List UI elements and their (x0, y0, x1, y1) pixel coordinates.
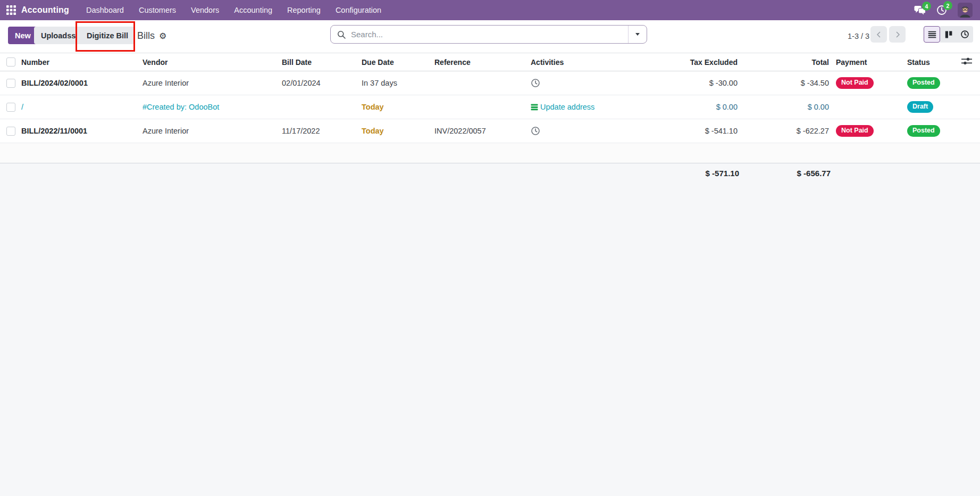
activity-view-button[interactable] (957, 26, 973, 43)
tax-excluded-sum: $ -571.10 (706, 169, 739, 178)
messages-button[interactable]: 4 (914, 5, 926, 15)
activity-clock-icon[interactable] (531, 126, 540, 136)
navbar-systray: 4 2 (914, 3, 980, 18)
digitize-bill-button[interactable]: Digitize Bill (80, 27, 135, 44)
user-avatar[interactable] (958, 3, 973, 18)
bill-number: BILL/2024/02/0001 (21, 79, 88, 87)
status-badge: Posted (907, 77, 940, 89)
search-icon (337, 30, 346, 39)
table-row[interactable]: BILL/2022/11/0001 Azure Interior 11/17/2… (0, 119, 980, 143)
list-footer: $ -571.10 $ -656.77 (0, 163, 980, 496)
bill-date: 11/17/2022 (282, 127, 320, 135)
total-amount: $ -34.50 (801, 79, 829, 87)
view-switcher (924, 26, 973, 43)
vendor-name: Azure Interior (143, 127, 189, 135)
activities-button[interactable]: 2 (936, 5, 947, 15)
total-amount: $ 0.00 (808, 103, 829, 111)
search-options-toggle[interactable] (628, 26, 647, 43)
select-all-checkbox[interactable] (6, 57, 15, 67)
pager-previous-button[interactable] (870, 26, 887, 43)
activities-count-badge: 2 (943, 1, 952, 10)
bill-number: / (21, 103, 23, 111)
tax-excluded-amount: $ -30.00 (709, 79, 738, 87)
menu-customers[interactable]: Customers (131, 0, 183, 20)
control-panel: New Uploadss Digitize Bill Bills ⚙ 1-3 /… (0, 20, 980, 53)
menu-dashboard[interactable]: Dashboard (79, 0, 131, 20)
payment-status-badge: Not Paid (836, 77, 874, 89)
chevron-left-icon (875, 30, 883, 39)
view-settings-gear-icon[interactable]: ⚙ (159, 32, 166, 40)
optional-columns-sliders-icon[interactable] (961, 57, 973, 65)
row-checkbox[interactable] (6, 127, 15, 136)
due-date: Today (362, 103, 384, 111)
activity-clock-icon[interactable] (531, 78, 540, 88)
odoo-accounting-bills-page: Accounting Dashboard Customers Vendors A… (0, 0, 980, 496)
total-sum: $ -656.77 (797, 169, 831, 178)
menu-reporting[interactable]: Reporting (280, 0, 328, 20)
tax-excluded-amount: $ -541.10 (705, 127, 738, 135)
search-input[interactable] (350, 29, 628, 39)
column-header-total[interactable]: Total (739, 53, 831, 71)
chevron-down-icon (635, 33, 640, 36)
menu-accounting[interactable]: Accounting (227, 0, 280, 20)
table-row[interactable]: BILL/2024/02/0001 Azure Interior 02/01/2… (0, 71, 980, 95)
due-date: In 37 days (362, 79, 397, 87)
column-header-reference[interactable]: Reference (434, 53, 526, 71)
messages-count-badge: 4 (922, 2, 931, 11)
column-header-activities[interactable]: Activities (526, 53, 639, 71)
main-menu: Dashboard Customers Vendors Accounting R… (79, 0, 389, 20)
column-header-tax-excluded[interactable]: Tax Excluded (639, 53, 739, 71)
bills-table: Number Vendor Bill Date Due Date Referen… (0, 53, 980, 163)
vendor-name: Azure Interior (143, 79, 189, 87)
reference: INV/2022/0057 (434, 127, 486, 135)
kanban-view-button[interactable] (940, 26, 957, 43)
status-badge: Draft (907, 101, 933, 113)
top-navbar: Accounting Dashboard Customers Vendors A… (0, 0, 980, 20)
app-name[interactable]: Accounting (21, 5, 69, 15)
due-date: Today (362, 127, 384, 135)
total-amount: $ -622.27 (797, 127, 829, 135)
row-checkbox[interactable] (6, 79, 15, 88)
row-checkbox[interactable] (6, 103, 15, 112)
search-bar (330, 25, 647, 44)
breadcrumb: Bills ⚙ (137, 30, 166, 42)
activity-view-clock-icon (960, 30, 969, 39)
column-header-status[interactable]: Status (883, 53, 952, 71)
column-header-bill-date[interactable]: Bill Date (278, 53, 350, 71)
kanban-view-icon (944, 30, 953, 39)
pager-range: 1-3 / 3 (848, 32, 869, 40)
vendor-name: #Created by: OdooBot (143, 103, 219, 111)
pager-next-button[interactable] (889, 26, 906, 43)
chevron-right-icon (893, 30, 902, 39)
column-header-due-date[interactable]: Due Date (350, 53, 434, 71)
activity-link[interactable]: Update address (540, 103, 594, 111)
bill-number: BILL/2022/11/0001 (21, 127, 87, 135)
page-title: Bills (137, 30, 155, 42)
menu-vendors[interactable]: Vendors (183, 0, 227, 20)
bill-date: 02/01/2024 (282, 79, 321, 87)
list-view-icon (928, 30, 936, 39)
column-header-payment[interactable]: Payment (831, 53, 883, 71)
empty-row (0, 143, 980, 163)
apps-grid-icon[interactable] (6, 5, 16, 15)
payment-status-badge: Not Paid (836, 125, 874, 137)
activity-type-icon (531, 104, 538, 111)
table-header-row: Number Vendor Bill Date Due Date Referen… (0, 53, 980, 71)
column-header-number[interactable]: Number (21, 53, 143, 71)
new-button[interactable]: New (8, 27, 38, 44)
menu-configuration[interactable]: Configuration (328, 0, 389, 20)
table-row[interactable]: / #Created by: OdooBot Today Update addr… (0, 95, 980, 119)
list-view-button[interactable] (924, 26, 940, 43)
status-badge: Posted (907, 125, 940, 137)
tax-excluded-amount: $ 0.00 (716, 103, 738, 111)
upload-button[interactable]: Uploadss (34, 27, 82, 44)
column-header-vendor[interactable]: Vendor (143, 53, 278, 71)
